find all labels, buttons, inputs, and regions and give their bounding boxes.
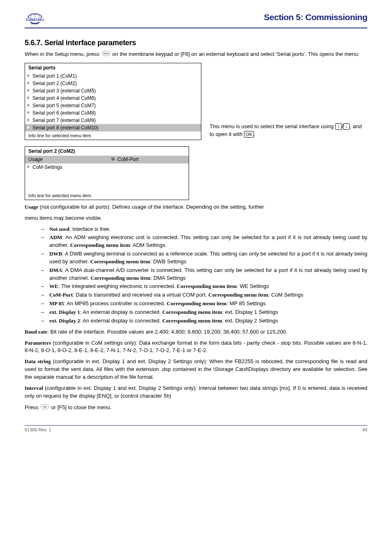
menu-item: Serial port 7 (external CoM9) xyxy=(25,117,201,124)
baud-rate-paragraph: Baud rate: Bit rate of the interface. Po… xyxy=(25,328,367,336)
bullet-item: ADM: An ADM weighing electronic unit is … xyxy=(41,234,367,249)
menu-item: Serial port 3 (external CoM5) xyxy=(25,87,201,94)
inner-title: Serial port 2 (CoM2) xyxy=(25,147,189,156)
bullet-item: DMA: A DMA dual-channel A/D converter is… xyxy=(41,267,367,282)
intro-paragraph: When in the Setup menu, press Setup on t… xyxy=(25,50,367,60)
svg-text:Setup: Setup xyxy=(103,52,109,55)
page-footer: 51300 Rev. 1 43 xyxy=(25,425,367,432)
setup-icon: Setup xyxy=(101,50,111,60)
footer-page-number: 43 xyxy=(362,427,367,432)
swap-icon xyxy=(111,157,115,163)
svg-text:SCALES: SCALES xyxy=(31,24,39,25)
usage-paragraph-cont: menu items may become visible. xyxy=(25,214,367,222)
inner-row-usage: Usage CoM-Port xyxy=(25,156,189,164)
inner-item: CoM-Settings xyxy=(25,164,189,171)
serial-ports-menu-box: Serial ports Serial port 1 (CoM1) Serial… xyxy=(25,63,201,140)
bullet-item: CoM-Port: Data is transmitted and receiv… xyxy=(41,291,367,299)
menu-item: Serial port 1 (CoM1) xyxy=(25,72,201,80)
bullet-item: Not used: Interface is free. xyxy=(41,226,367,233)
data-string-paragraph: Data string (configurable in ext. Displa… xyxy=(25,358,367,381)
menu-item-selected: Serial port 8 (external CoM10) xyxy=(25,124,201,131)
usage-paragraph: Usage (not configurable for all ports): … xyxy=(25,203,367,211)
menu-info-line: Info line for selected menu item xyxy=(25,131,201,140)
interval-paragraph: Interval (configurable in ext. Display 1… xyxy=(25,385,367,400)
menu-item: Serial port 5 (external CoM7) xyxy=(25,102,201,109)
menu-item: Serial port 6 (external CoM8) xyxy=(25,109,201,117)
bullet-item: MP 85: An MP85 process controller is con… xyxy=(41,300,367,308)
heading-serial-interface: 5.6.7. Serial interface parameters xyxy=(25,39,367,47)
bullet-item: DWB: A DWB weighing terminal is connecte… xyxy=(41,250,367,266)
side-note: This menu is used to select the serial i… xyxy=(210,63,367,138)
fairbanks-logo: FAIRBANKS SCALES xyxy=(25,12,45,27)
exit-paragraph: Press Exit or [F5] to close the menu. xyxy=(25,403,367,413)
serial-port-detail-box: Serial port 2 (CoM2) Usage CoM-Port CoM-… xyxy=(25,146,189,200)
menu-item: Serial port 2 (CoM2) xyxy=(25,80,201,87)
bullet-item: ext. Display 1: An external display is c… xyxy=(41,309,367,316)
svg-text:Exit: Exit xyxy=(43,406,47,408)
section-title: Section 5: Commissioning xyxy=(264,12,367,22)
footer-rev: 51300 Rev. 1 xyxy=(25,427,51,432)
up-arrow-key-icon: ↑ xyxy=(335,123,342,130)
svg-text:FAIRBANKS: FAIRBANKS xyxy=(26,18,44,22)
bullet-item: WE: The integrated weighing electronic i… xyxy=(41,283,367,290)
menu-item: Serial port 4 (external CoM6) xyxy=(25,94,201,102)
parameters-paragraph: Parameters (configurable in CoM settings… xyxy=(25,339,367,355)
bullet-item: ext. Display 2: An external display is c… xyxy=(41,317,367,325)
down-arrow-key-icon: ↓ xyxy=(343,123,350,130)
ok-key-icon: OK xyxy=(244,131,254,138)
inner-info-line: Info line for selected menu item xyxy=(25,191,189,200)
menu-title: Serial ports xyxy=(25,63,201,72)
exit-icon: Exit xyxy=(40,403,50,413)
